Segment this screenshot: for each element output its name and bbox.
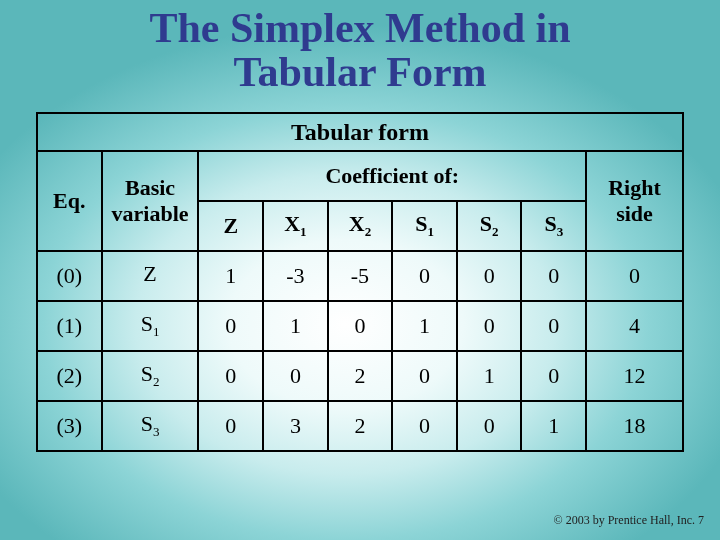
header-col-x2: X2: [328, 201, 393, 251]
header-col-z: Z: [198, 201, 263, 251]
cell-rhs: 0: [586, 251, 683, 301]
header-col-s2-sub: 2: [492, 225, 499, 240]
header-col-s1-base: S: [415, 211, 427, 236]
header-col-s3: S3: [521, 201, 586, 251]
table-row: (3) S3 0 3 2 0 0 1 18: [37, 401, 683, 451]
cell-z: 0: [198, 301, 263, 351]
cell-eq: (3): [37, 401, 102, 451]
header-col-x2-sub: 2: [365, 225, 372, 240]
cell-s2: 0: [457, 301, 522, 351]
cell-s1: 0: [392, 401, 457, 451]
cell-rhs: 12: [586, 351, 683, 401]
cell-bv-base: S: [141, 361, 153, 386]
table-row: (2) S2 0 0 2 0 1 0 12: [37, 351, 683, 401]
header-eq: Eq.: [37, 151, 102, 251]
cell-s2: 0: [457, 401, 522, 451]
cell-bv: S2: [102, 351, 199, 401]
header-col-s3-base: S: [544, 211, 556, 236]
header-col-s3-sub: 3: [557, 225, 564, 240]
slide-footer: © 2003 by Prentice Hall, Inc. 7: [554, 513, 704, 528]
cell-s3: 1: [521, 401, 586, 451]
header-col-s1-sub: 1: [427, 225, 434, 240]
cell-x2: -5: [328, 251, 393, 301]
table-row: (1) S1 0 1 0 1 0 0 4: [37, 301, 683, 351]
table-row: (0) Z 1 -3 -5 0 0 0 0: [37, 251, 683, 301]
slide-title: The Simplex Method in Tabular Form: [0, 0, 720, 94]
cell-bv-base: Z: [143, 261, 156, 286]
cell-eq: (2): [37, 351, 102, 401]
header-right-side: Right side: [586, 151, 683, 251]
title-line-2: Tabular Form: [233, 49, 486, 95]
simplex-table-container: Tabular form Eq. Basic variable Coeffici…: [36, 112, 684, 452]
header-col-x1-sub: 1: [300, 225, 307, 240]
cell-z: 0: [198, 351, 263, 401]
cell-s1: 0: [392, 251, 457, 301]
header-col-s1: S1: [392, 201, 457, 251]
cell-x2: 0: [328, 301, 393, 351]
cell-bv-base: S: [141, 411, 153, 436]
table-header-row-1: Eq. Basic variable Coefficient of: Right…: [37, 151, 683, 201]
header-col-x1-base: X: [284, 211, 300, 236]
cell-s1: 0: [392, 351, 457, 401]
cell-x2: 2: [328, 401, 393, 451]
cell-x1: 0: [263, 351, 328, 401]
cell-x1: 3: [263, 401, 328, 451]
cell-bv-sub: 3: [153, 425, 160, 440]
cell-rhs: 4: [586, 301, 683, 351]
cell-bv-sub: 1: [153, 325, 160, 340]
cell-s2: 1: [457, 351, 522, 401]
cell-x1: -3: [263, 251, 328, 301]
cell-rhs: 18: [586, 401, 683, 451]
cell-bv: S1: [102, 301, 199, 351]
header-coefficient-of: Coefficient of:: [198, 151, 586, 201]
cell-z: 0: [198, 401, 263, 451]
cell-s3: 0: [521, 301, 586, 351]
cell-s2: 0: [457, 251, 522, 301]
cell-eq: (1): [37, 301, 102, 351]
title-line-1: The Simplex Method in: [149, 5, 570, 51]
table-caption: Tabular form: [37, 113, 683, 151]
cell-s3: 0: [521, 351, 586, 401]
table-caption-row: Tabular form: [37, 113, 683, 151]
simplex-table: Tabular form Eq. Basic variable Coeffici…: [36, 112, 684, 452]
cell-eq: (0): [37, 251, 102, 301]
header-col-x2-base: X: [349, 211, 365, 236]
cell-bv-sub: 2: [153, 375, 160, 390]
cell-x1: 1: [263, 301, 328, 351]
header-col-s2-base: S: [480, 211, 492, 236]
cell-bv-base: S: [141, 311, 153, 336]
cell-x2: 2: [328, 351, 393, 401]
cell-bv: S3: [102, 401, 199, 451]
cell-bv: Z: [102, 251, 199, 301]
cell-s1: 1: [392, 301, 457, 351]
header-col-x1: X1: [263, 201, 328, 251]
header-col-s2: S2: [457, 201, 522, 251]
cell-s3: 0: [521, 251, 586, 301]
cell-z: 1: [198, 251, 263, 301]
header-basic-variable: Basic variable: [102, 151, 199, 251]
